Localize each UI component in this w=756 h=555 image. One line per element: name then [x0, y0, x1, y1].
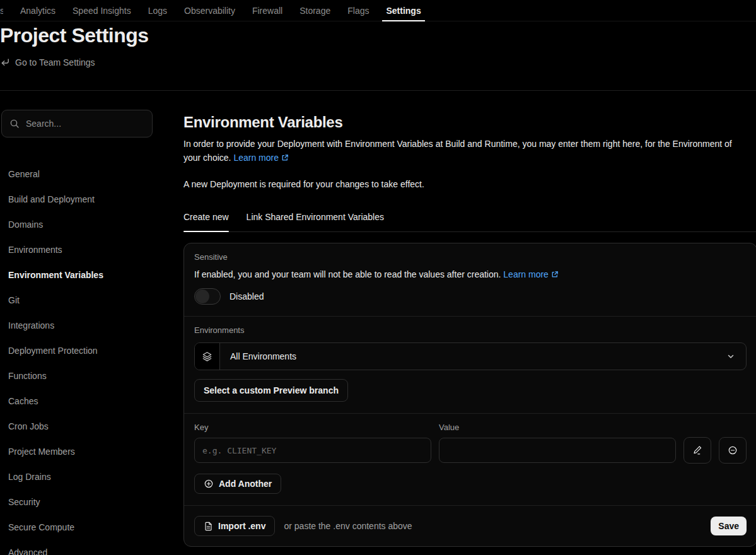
sensitive-toggle[interactable] [194, 288, 221, 305]
top-nav: s AnalyticsSpeed InsightsLogsObservabili… [0, 0, 756, 21]
sidebar-item-cron-jobs[interactable]: Cron Jobs [1, 414, 154, 439]
sensitive-description: If enabled, you and your team will not b… [194, 269, 747, 279]
content-area: GeneralBuild and DeploymentDomainsEnviro… [0, 91, 756, 555]
nav-tab-analytics[interactable]: Analytics [20, 0, 55, 21]
external-link-icon [281, 154, 289, 161]
key-label: Key [194, 423, 431, 432]
sidebar-item-environment-variables[interactable]: Environment Variables [1, 262, 154, 288]
value-label: Value [439, 423, 676, 432]
chevron-down-icon [726, 351, 746, 361]
sidebar-item-build-and-deployment[interactable]: Build and Deployment [1, 187, 154, 212]
custom-preview-branch-button[interactable]: Select a custom Preview branch [194, 379, 348, 402]
sensitive-learn-more-link[interactable]: Learn more [503, 269, 559, 279]
kv-labels-row: Key Value [194, 423, 747, 432]
search-input[interactable] [26, 119, 144, 129]
sidebar-item-deployment-protection[interactable]: Deployment Protection [1, 338, 154, 363]
nav-tab-firewall[interactable]: Firewall [252, 0, 282, 21]
sidebar-search[interactable] [1, 110, 153, 137]
go-to-team-settings-link[interactable]: Go to Team Settings [0, 57, 95, 67]
sidebar-item-secure-compute[interactable]: Secure Compute [1, 515, 154, 540]
sidebar-item-functions[interactable]: Functions [1, 363, 154, 389]
key-value-section: Key Value [184, 413, 756, 505]
sidebar-item-project-members[interactable]: Project Members [1, 439, 154, 464]
settings-sidebar: GeneralBuild and DeploymentDomainsEnviro… [1, 91, 154, 555]
toggle-state-label: Disabled [230, 291, 264, 301]
external-link-icon [551, 271, 559, 278]
environments-select[interactable]: All Environments [194, 342, 747, 370]
nav-tab-speed-insights[interactable]: Speed Insights [73, 0, 131, 21]
sidebar-item-log-drains[interactable]: Log Drains [1, 464, 154, 489]
remove-row-button[interactable] [719, 437, 747, 464]
nav-tab-settings[interactable]: Settings [386, 0, 421, 21]
tab-link-shared-environment-variables[interactable]: Link Shared Environment Variables [247, 212, 384, 231]
import-env-label: Import .env [218, 521, 265, 531]
sidebar-item-integrations[interactable]: Integrations [1, 313, 154, 338]
value-input[interactable] [439, 438, 676, 463]
return-arrow-icon [0, 57, 10, 67]
sidebar-item-caches[interactable]: Caches [1, 389, 154, 414]
page-title: Project Settings [0, 24, 756, 47]
key-input[interactable] [194, 438, 431, 463]
environments-label: Environments [194, 325, 747, 335]
sensitive-label: Sensitive [194, 252, 747, 262]
section-description: In order to provide your Deployment with… [183, 137, 751, 165]
save-button[interactable]: Save [711, 517, 747, 535]
main-panel: Environment Variables In order to provid… [183, 91, 756, 555]
sidebar-item-git[interactable]: Git [1, 288, 154, 313]
sensitive-description-text: If enabled, you and your team will not b… [194, 269, 501, 279]
add-another-label: Add Another [219, 479, 272, 489]
nav-tab-clipped[interactable]: s [0, 6, 3, 16]
deployment-note: A new Deployment is required for your ch… [183, 179, 756, 189]
import-env-button[interactable]: Import .env [194, 516, 275, 536]
sensitive-learn-more-label: Learn more [503, 269, 549, 279]
sidebar-nav: GeneralBuild and DeploymentDomainsEnviro… [1, 161, 154, 555]
nav-tab-storage[interactable]: Storage [299, 0, 330, 21]
app-window: s AnalyticsSpeed InsightsLogsObservabili… [0, 0, 756, 555]
kv-inputs-row [194, 437, 747, 464]
sidebar-item-domains[interactable]: Domains [1, 212, 154, 237]
circle-minus-icon [728, 445, 738, 455]
go-to-team-settings-label: Go to Team Settings [15, 57, 95, 67]
sidebar-item-environments[interactable]: Environments [1, 237, 154, 262]
add-another-button[interactable]: Add Another [194, 474, 281, 494]
layers-icon [202, 351, 212, 362]
learn-more-label: Learn more [233, 151, 279, 165]
tab-create-new[interactable]: Create new [183, 212, 229, 231]
footer-hint: or paste the .env contents above [284, 521, 702, 531]
card-footer: Import .env or paste the .env contents a… [184, 505, 756, 546]
page-header: Project Settings Go to Team Settings [0, 21, 756, 91]
environments-section: Environments All Environments [184, 316, 756, 413]
sidebar-item-general[interactable]: General [1, 161, 154, 187]
edit-value-button[interactable] [683, 437, 711, 464]
circle-plus-icon [204, 479, 214, 489]
section-title: Environment Variables [183, 114, 756, 131]
env-var-tabs: Create newLink Shared Environment Variab… [183, 212, 756, 232]
sensitive-toggle-row: Disabled [194, 288, 747, 305]
learn-more-link[interactable]: Learn more [233, 151, 289, 165]
select-icon-segment [195, 343, 220, 370]
pencil-icon [692, 445, 702, 455]
nav-tab-observability[interactable]: Observability [184, 0, 235, 21]
nav-tab-logs[interactable]: Logs [148, 0, 167, 21]
create-env-var-card: Sensitive If enabled, you and your team … [183, 243, 756, 547]
file-text-icon [204, 522, 213, 531]
sensitive-section: Sensitive If enabled, you and your team … [184, 243, 756, 316]
environments-selected-value: All Environments [220, 351, 726, 361]
search-icon [9, 119, 20, 129]
sidebar-item-advanced[interactable]: Advanced [1, 540, 154, 555]
nav-tab-flags[interactable]: Flags [347, 0, 369, 21]
toggle-knob [195, 289, 209, 303]
sidebar-item-security[interactable]: Security [1, 489, 154, 515]
